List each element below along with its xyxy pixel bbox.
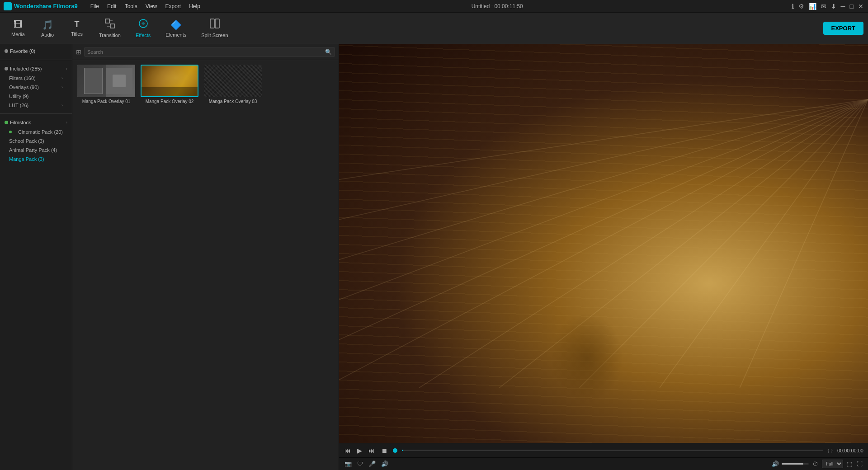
maximize-button[interactable]: □ bbox=[849, 2, 854, 11]
player-shield-icon[interactable]: 🛡 bbox=[356, 460, 364, 468]
subitem-cinematic[interactable]: Cinematic Pack (20) bbox=[0, 127, 72, 136]
topbar-icon-4[interactable]: ✉ bbox=[820, 2, 827, 11]
player-mic-icon[interactable]: 🎤 bbox=[368, 460, 377, 468]
filmstock-dot bbox=[5, 121, 8, 124]
left-panel: Favorite (0) Included (285) › Filters (1… bbox=[0, 44, 72, 470]
player-camera-icon[interactable]: 📷 bbox=[344, 460, 353, 468]
menu-help[interactable]: Help bbox=[185, 2, 204, 10]
included-chevron: › bbox=[66, 66, 67, 71]
effects-icon bbox=[138, 19, 148, 31]
thumb-label-overlay01: Manga Pack Overlay 01 bbox=[82, 99, 131, 104]
timeline-markers: { } bbox=[828, 448, 833, 453]
svg-rect-0 bbox=[105, 19, 109, 23]
toolbar-audio[interactable]: 🎵 Audio bbox=[34, 17, 61, 40]
topbar-icon-2[interactable]: ⚙ bbox=[797, 2, 805, 11]
titles-label: Titles bbox=[71, 31, 83, 37]
subitem-manga[interactable]: Manga Pack (3) bbox=[0, 155, 72, 164]
menu-tools[interactable]: Tools bbox=[121, 2, 141, 10]
favorite-label: Favorite (0) bbox=[10, 48, 35, 54]
splitscreen-icon bbox=[210, 19, 220, 31]
subitem-overlays[interactable]: Overlays (90) › bbox=[0, 83, 72, 92]
toolbar-transition[interactable]: Transition bbox=[93, 16, 127, 41]
topbar-icon-3[interactable]: 📊 bbox=[808, 2, 817, 11]
menu-file[interactable]: File bbox=[87, 2, 103, 10]
speed-icon[interactable]: ⏱ bbox=[811, 460, 819, 468]
pip-icon[interactable]: ⬚ bbox=[846, 460, 853, 468]
overlays-arrow: › bbox=[61, 85, 63, 89]
right-controls: 🔊 ⏱ Full 1/2 1/4 ⬚ ⛶ bbox=[771, 460, 863, 468]
subitem-filters[interactable]: Filters (160) › bbox=[0, 74, 72, 83]
time-display: 00:00:00:00 bbox=[837, 448, 863, 453]
media-icon: 🎞 bbox=[14, 19, 23, 30]
topbar-controls: ℹ ⚙ 📊 ✉ ⬇ ─ □ ✕ bbox=[791, 2, 864, 11]
menu-view[interactable]: View bbox=[142, 2, 161, 10]
toolbar-elements[interactable]: 🔷 Elements bbox=[159, 17, 193, 40]
svg-rect-1 bbox=[110, 24, 114, 28]
skip-back-button[interactable]: ⏮ bbox=[344, 446, 352, 455]
cinematic-dot bbox=[9, 131, 12, 133]
effects-label: Effects bbox=[136, 33, 151, 38]
toolbar-titles[interactable]: T Titles bbox=[63, 17, 90, 39]
included-label: Included (285) bbox=[10, 66, 42, 71]
thumb-label-overlay02: Manga Pack Overlay 02 bbox=[146, 99, 194, 104]
subitem-utility[interactable]: Utility (9) bbox=[0, 92, 72, 101]
audio-icon: 🎵 bbox=[42, 19, 53, 30]
player-controls: ⏮ ▶ ⏭ ⏹ { } 00:00:00:00 bbox=[339, 443, 868, 457]
toolbar-splitscreen[interactable]: Split Screen bbox=[195, 16, 234, 41]
included-section: Included (285) › Filters (160) › Overlay… bbox=[0, 62, 72, 112]
play-button[interactable]: ▶ bbox=[356, 446, 363, 455]
center-toolbar: ⊞ 🔍 bbox=[72, 44, 339, 60]
favorite-dot bbox=[5, 49, 8, 53]
elements-icon: 🔷 bbox=[170, 19, 182, 30]
thumb-overlay03[interactable]: Manga Pack Overlay 03 bbox=[203, 65, 262, 104]
filmstock-header[interactable]: Filmstock › bbox=[0, 118, 72, 127]
animal-label: Animal Party Pack (4) bbox=[9, 147, 57, 153]
close-button[interactable]: ✕ bbox=[857, 2, 864, 11]
volume-icon[interactable]: 🔊 bbox=[771, 460, 780, 468]
thumb-overlay02[interactable]: Manga Pack Overlay 02 bbox=[140, 65, 199, 104]
lut-arrow: › bbox=[61, 103, 63, 108]
divider-2 bbox=[0, 113, 72, 114]
fullscreen-icon[interactable]: ⛶ bbox=[856, 460, 863, 468]
svg-line-9 bbox=[339, 99, 868, 260]
filters-label: Filters (160) bbox=[9, 75, 36, 81]
svg-line-7 bbox=[339, 99, 868, 179]
app-logo: Wondershare Filmora9 bbox=[4, 2, 78, 10]
toolbar-media[interactable]: 🎞 Media bbox=[5, 17, 32, 40]
subitem-animal[interactable]: Animal Party Pack (4) bbox=[0, 146, 72, 155]
splitscreen-label: Split Screen bbox=[201, 33, 228, 38]
volume-bar[interactable] bbox=[782, 463, 809, 465]
subitem-school[interactable]: School Pack (3) bbox=[0, 136, 72, 146]
window-title: Untitled : 00:00:11:50 bbox=[204, 3, 791, 9]
lut-label: LUT (26) bbox=[9, 103, 28, 108]
topbar-icon-1[interactable]: ℹ bbox=[791, 2, 795, 11]
menu-edit[interactable]: Edit bbox=[104, 2, 120, 10]
topbar-icon-5[interactable]: ⬇ bbox=[830, 2, 837, 11]
included-header[interactable]: Included (285) › bbox=[0, 64, 72, 74]
transition-label: Transition bbox=[99, 33, 121, 38]
progress-bar[interactable] bbox=[402, 450, 823, 451]
menu-export[interactable]: Export bbox=[161, 2, 184, 10]
player-bar2: 📷 🛡 🎤 🔊 🔊 ⏱ Full 1/2 1/4 ⬚ ⛶ bbox=[339, 457, 868, 470]
minimize-button[interactable]: ─ bbox=[840, 2, 846, 11]
filmstock-label: Filmstock bbox=[10, 120, 31, 125]
menu-bar: Wondershare Filmora9 File Edit Tools Vie… bbox=[0, 0, 868, 13]
menu-items: File Edit Tools View Export Help bbox=[87, 2, 204, 10]
favorite-section: Favorite (0) bbox=[0, 44, 72, 58]
search-input[interactable] bbox=[87, 49, 325, 55]
school-label: School Pack (3) bbox=[9, 138, 44, 144]
toolbar-effects[interactable]: Effects bbox=[129, 16, 157, 41]
thumb-img-overlay03 bbox=[204, 65, 262, 97]
quality-select[interactable]: Full 1/2 1/4 bbox=[822, 460, 843, 468]
skip-forward-button[interactable]: ⏭ bbox=[368, 446, 376, 455]
progress-dot[interactable] bbox=[393, 448, 397, 453]
favorite-header[interactable]: Favorite (0) bbox=[0, 46, 72, 56]
stop-button[interactable]: ⏹ bbox=[380, 446, 388, 455]
export-button[interactable]: EXPORT bbox=[823, 22, 863, 35]
svg-line-15 bbox=[580, 99, 868, 388]
preview-area bbox=[339, 44, 868, 443]
player-zoom-icon[interactable]: 🔊 bbox=[380, 460, 389, 468]
subitem-lut[interactable]: LUT (26) › bbox=[0, 101, 72, 110]
thumb-overlay01[interactable]: Manga Pack Overlay 01 bbox=[77, 65, 136, 104]
grid-icon[interactable]: ⊞ bbox=[76, 48, 81, 56]
